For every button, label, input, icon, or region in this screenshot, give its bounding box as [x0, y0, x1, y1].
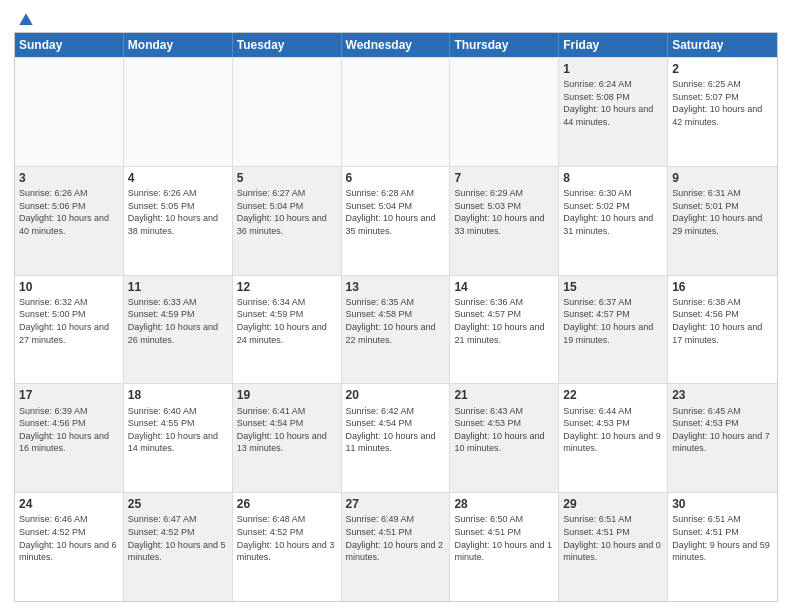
- cell-detail: Sunrise: 6:30 AMSunset: 5:02 PMDaylight:…: [563, 187, 663, 237]
- day-number: 20: [346, 387, 446, 403]
- day-number: 14: [454, 279, 554, 295]
- page-container: SundayMondayTuesdayWednesdayThursdayFrid…: [0, 0, 792, 612]
- calendar-cell: [233, 58, 342, 166]
- cell-detail: Sunrise: 6:34 AMSunset: 4:59 PMDaylight:…: [237, 296, 337, 346]
- day-number: 11: [128, 279, 228, 295]
- cell-detail: Sunrise: 6:26 AMSunset: 5:05 PMDaylight:…: [128, 187, 228, 237]
- calendar-day-header: Tuesday: [233, 33, 342, 57]
- cell-detail: Sunrise: 6:32 AMSunset: 5:00 PMDaylight:…: [19, 296, 119, 346]
- calendar-body: 1Sunrise: 6:24 AMSunset: 5:08 PMDaylight…: [15, 57, 777, 601]
- cell-detail: Sunrise: 6:46 AMSunset: 4:52 PMDaylight:…: [19, 513, 119, 563]
- calendar-cell: 12Sunrise: 6:34 AMSunset: 4:59 PMDayligh…: [233, 276, 342, 384]
- calendar-row: 10Sunrise: 6:32 AMSunset: 5:00 PMDayligh…: [15, 275, 777, 384]
- cell-detail: Sunrise: 6:33 AMSunset: 4:59 PMDaylight:…: [128, 296, 228, 346]
- cell-detail: Sunrise: 6:27 AMSunset: 5:04 PMDaylight:…: [237, 187, 337, 237]
- cell-detail: Sunrise: 6:39 AMSunset: 4:56 PMDaylight:…: [19, 405, 119, 455]
- calendar-cell: 13Sunrise: 6:35 AMSunset: 4:58 PMDayligh…: [342, 276, 451, 384]
- cell-detail: Sunrise: 6:41 AMSunset: 4:54 PMDaylight:…: [237, 405, 337, 455]
- cell-detail: Sunrise: 6:28 AMSunset: 5:04 PMDaylight:…: [346, 187, 446, 237]
- cell-detail: Sunrise: 6:44 AMSunset: 4:53 PMDaylight:…: [563, 405, 663, 455]
- calendar-cell: 21Sunrise: 6:43 AMSunset: 4:53 PMDayligh…: [450, 384, 559, 492]
- day-number: 5: [237, 170, 337, 186]
- calendar-day-header: Thursday: [450, 33, 559, 57]
- calendar-cell: 1Sunrise: 6:24 AMSunset: 5:08 PMDaylight…: [559, 58, 668, 166]
- day-number: 2: [672, 61, 773, 77]
- day-number: 26: [237, 496, 337, 512]
- calendar-row: 24Sunrise: 6:46 AMSunset: 4:52 PMDayligh…: [15, 492, 777, 601]
- calendar-cell: 17Sunrise: 6:39 AMSunset: 4:56 PMDayligh…: [15, 384, 124, 492]
- calendar-row: 17Sunrise: 6:39 AMSunset: 4:56 PMDayligh…: [15, 383, 777, 492]
- cell-detail: Sunrise: 6:43 AMSunset: 4:53 PMDaylight:…: [454, 405, 554, 455]
- calendar-day-header: Monday: [124, 33, 233, 57]
- cell-detail: Sunrise: 6:51 AMSunset: 4:51 PMDaylight:…: [563, 513, 663, 563]
- day-number: 6: [346, 170, 446, 186]
- calendar-cell: 20Sunrise: 6:42 AMSunset: 4:54 PMDayligh…: [342, 384, 451, 492]
- svg-marker-0: [19, 13, 32, 25]
- calendar-cell: 4Sunrise: 6:26 AMSunset: 5:05 PMDaylight…: [124, 167, 233, 275]
- day-number: 27: [346, 496, 446, 512]
- calendar-header-row: SundayMondayTuesdayWednesdayThursdayFrid…: [15, 33, 777, 57]
- day-number: 19: [237, 387, 337, 403]
- calendar-cell: 29Sunrise: 6:51 AMSunset: 4:51 PMDayligh…: [559, 493, 668, 601]
- cell-detail: Sunrise: 6:49 AMSunset: 4:51 PMDaylight:…: [346, 513, 446, 563]
- calendar-cell: 6Sunrise: 6:28 AMSunset: 5:04 PMDaylight…: [342, 167, 451, 275]
- day-number: 12: [237, 279, 337, 295]
- logo-text: [14, 10, 36, 30]
- cell-detail: Sunrise: 6:42 AMSunset: 4:54 PMDaylight:…: [346, 405, 446, 455]
- calendar-cell: 18Sunrise: 6:40 AMSunset: 4:55 PMDayligh…: [124, 384, 233, 492]
- cell-detail: Sunrise: 6:45 AMSunset: 4:53 PMDaylight:…: [672, 405, 773, 455]
- calendar-cell: 16Sunrise: 6:38 AMSunset: 4:56 PMDayligh…: [668, 276, 777, 384]
- cell-detail: Sunrise: 6:37 AMSunset: 4:57 PMDaylight:…: [563, 296, 663, 346]
- day-number: 16: [672, 279, 773, 295]
- cell-detail: Sunrise: 6:35 AMSunset: 4:58 PMDaylight:…: [346, 296, 446, 346]
- cell-detail: Sunrise: 6:40 AMSunset: 4:55 PMDaylight:…: [128, 405, 228, 455]
- day-number: 4: [128, 170, 228, 186]
- cell-detail: Sunrise: 6:26 AMSunset: 5:06 PMDaylight:…: [19, 187, 119, 237]
- calendar-cell: 14Sunrise: 6:36 AMSunset: 4:57 PMDayligh…: [450, 276, 559, 384]
- day-number: 22: [563, 387, 663, 403]
- day-number: 23: [672, 387, 773, 403]
- calendar-cell: 24Sunrise: 6:46 AMSunset: 4:52 PMDayligh…: [15, 493, 124, 601]
- calendar-cell: [15, 58, 124, 166]
- cell-detail: Sunrise: 6:36 AMSunset: 4:57 PMDaylight:…: [454, 296, 554, 346]
- day-number: 10: [19, 279, 119, 295]
- calendar-cell: 9Sunrise: 6:31 AMSunset: 5:01 PMDaylight…: [668, 167, 777, 275]
- day-number: 30: [672, 496, 773, 512]
- calendar-cell: [342, 58, 451, 166]
- calendar-row: 3Sunrise: 6:26 AMSunset: 5:06 PMDaylight…: [15, 166, 777, 275]
- calendar-cell: [450, 58, 559, 166]
- calendar-cell: 19Sunrise: 6:41 AMSunset: 4:54 PMDayligh…: [233, 384, 342, 492]
- day-number: 18: [128, 387, 228, 403]
- calendar-day-header: Sunday: [15, 33, 124, 57]
- header: [14, 10, 778, 26]
- calendar-cell: 30Sunrise: 6:51 AMSunset: 4:51 PMDayligh…: [668, 493, 777, 601]
- cell-detail: Sunrise: 6:47 AMSunset: 4:52 PMDaylight:…: [128, 513, 228, 563]
- day-number: 13: [346, 279, 446, 295]
- day-number: 24: [19, 496, 119, 512]
- calendar-cell: 23Sunrise: 6:45 AMSunset: 4:53 PMDayligh…: [668, 384, 777, 492]
- calendar-cell: 11Sunrise: 6:33 AMSunset: 4:59 PMDayligh…: [124, 276, 233, 384]
- cell-detail: Sunrise: 6:29 AMSunset: 5:03 PMDaylight:…: [454, 187, 554, 237]
- calendar-day-header: Wednesday: [342, 33, 451, 57]
- calendar-cell: 22Sunrise: 6:44 AMSunset: 4:53 PMDayligh…: [559, 384, 668, 492]
- calendar-cell: 5Sunrise: 6:27 AMSunset: 5:04 PMDaylight…: [233, 167, 342, 275]
- calendar-cell: 10Sunrise: 6:32 AMSunset: 5:00 PMDayligh…: [15, 276, 124, 384]
- cell-detail: Sunrise: 6:25 AMSunset: 5:07 PMDaylight:…: [672, 78, 773, 128]
- cell-detail: Sunrise: 6:38 AMSunset: 4:56 PMDaylight:…: [672, 296, 773, 346]
- calendar-cell: 25Sunrise: 6:47 AMSunset: 4:52 PMDayligh…: [124, 493, 233, 601]
- calendar-cell: 28Sunrise: 6:50 AMSunset: 4:51 PMDayligh…: [450, 493, 559, 601]
- cell-detail: Sunrise: 6:50 AMSunset: 4:51 PMDaylight:…: [454, 513, 554, 563]
- calendar-row: 1Sunrise: 6:24 AMSunset: 5:08 PMDaylight…: [15, 57, 777, 166]
- cell-detail: Sunrise: 6:31 AMSunset: 5:01 PMDaylight:…: [672, 187, 773, 237]
- calendar-cell: [124, 58, 233, 166]
- cell-detail: Sunrise: 6:24 AMSunset: 5:08 PMDaylight:…: [563, 78, 663, 128]
- calendar: SundayMondayTuesdayWednesdayThursdayFrid…: [14, 32, 778, 602]
- calendar-day-header: Friday: [559, 33, 668, 57]
- cell-detail: Sunrise: 6:51 AMSunset: 4:51 PMDaylight:…: [672, 513, 773, 563]
- calendar-cell: 7Sunrise: 6:29 AMSunset: 5:03 PMDaylight…: [450, 167, 559, 275]
- day-number: 21: [454, 387, 554, 403]
- calendar-cell: 27Sunrise: 6:49 AMSunset: 4:51 PMDayligh…: [342, 493, 451, 601]
- calendar-cell: 3Sunrise: 6:26 AMSunset: 5:06 PMDaylight…: [15, 167, 124, 275]
- calendar-cell: 15Sunrise: 6:37 AMSunset: 4:57 PMDayligh…: [559, 276, 668, 384]
- day-number: 3: [19, 170, 119, 186]
